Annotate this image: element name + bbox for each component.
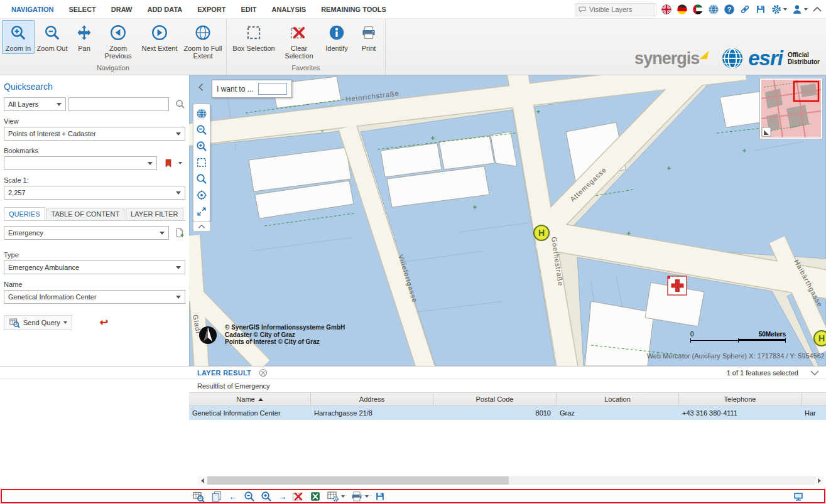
flag-ae-icon bbox=[692, 4, 704, 15]
menu-tab-analysis[interactable]: ANALYSIS bbox=[264, 0, 314, 18]
identify-icon bbox=[329, 23, 345, 42]
search-icon[interactable] bbox=[175, 99, 185, 109]
box-selection-tool[interactable]: Box Selection bbox=[229, 20, 279, 54]
add-query-sheet-icon[interactable] bbox=[174, 227, 185, 239]
clear-result-selection-button[interactable] bbox=[293, 491, 304, 502]
chevron-down-icon bbox=[160, 232, 165, 235]
zoom-out-tool[interactable]: Zoom Out bbox=[35, 20, 70, 54]
flag-de-button[interactable] bbox=[677, 4, 688, 15]
identify-tool[interactable]: Identify bbox=[319, 20, 354, 54]
overview-toggle-icon[interactable] bbox=[762, 127, 771, 136]
overview-map[interactable] bbox=[759, 78, 823, 139]
quicksearch-layer-select[interactable]: All Layers bbox=[4, 97, 66, 111]
menu-tab-select[interactable]: SELECT bbox=[61, 0, 103, 18]
next-result-button[interactable]: → bbox=[278, 491, 287, 501]
full-extent-button[interactable] bbox=[196, 206, 207, 217]
chevron-left-icon bbox=[197, 83, 205, 92]
export-excel-button[interactable] bbox=[310, 491, 321, 502]
zoom-in-tool[interactable]: Zoom In bbox=[2, 20, 35, 54]
collapse-ribbon-button[interactable] bbox=[812, 4, 822, 14]
reset-query-icon[interactable]: ↩ bbox=[100, 318, 108, 328]
collapse-sidebar-button[interactable] bbox=[197, 83, 205, 92]
visible-layers-input[interactable] bbox=[589, 6, 647, 13]
menu-tab-export[interactable]: EXPORT bbox=[190, 0, 233, 18]
column-header-name[interactable]: Name bbox=[189, 393, 311, 405]
map-canvas[interactable]: Heinrichstraße Attemsgasse Goethestraße … bbox=[189, 75, 826, 366]
column-header-extra[interactable] bbox=[802, 393, 826, 405]
zoom-in-button[interactable] bbox=[196, 141, 207, 152]
zoom-in-result-button[interactable] bbox=[261, 491, 272, 502]
next-extent-tool[interactable]: Next Extent bbox=[138, 20, 182, 54]
pan-tool[interactable]: Pan bbox=[70, 20, 99, 54]
flag-uk-button[interactable] bbox=[661, 4, 672, 15]
menu-tab-remaining-tools[interactable]: REMAINING TOOLS bbox=[313, 0, 394, 18]
scrollbar-thumb[interactable] bbox=[207, 476, 509, 485]
i-want-to-input[interactable] bbox=[258, 83, 287, 95]
flag-ae-button[interactable] bbox=[692, 4, 704, 15]
next-extent-icon bbox=[151, 23, 168, 42]
flag-de-icon bbox=[677, 4, 688, 15]
zoom-full-extent-tool[interactable]: Zoom to Full Extent bbox=[182, 20, 224, 62]
column-header-location[interactable]: Location bbox=[557, 393, 679, 405]
tab-table-of-content[interactable]: TABLE OF CONTENT bbox=[46, 208, 125, 220]
map-scroll-up-button[interactable] bbox=[193, 221, 210, 232]
previous-result-button[interactable]: ← bbox=[229, 491, 238, 501]
overview-globe-button[interactable] bbox=[196, 108, 207, 119]
menu-tab-edit[interactable]: EDIT bbox=[234, 0, 264, 18]
column-header-telephone[interactable]: Telephone bbox=[679, 393, 802, 405]
query-select[interactable]: Emergency bbox=[4, 226, 169, 240]
zoom-out-result-button[interactable] bbox=[244, 491, 255, 502]
add-bookmark-icon[interactable] bbox=[163, 158, 173, 168]
clear-selection-tool[interactable]: Clear Selection bbox=[279, 20, 319, 62]
result-tab-strip: LAYER RESULT 1 of 1 features selected bbox=[0, 367, 826, 379]
name-select[interactable]: Genetical Information Center bbox=[4, 290, 185, 304]
table-row[interactable]: Genetical Information Center Harrachgass… bbox=[189, 406, 826, 420]
send-query-button[interactable]: Send Query bbox=[4, 315, 72, 330]
column-header-address[interactable]: Address bbox=[311, 393, 433, 405]
zoom-previous-tool[interactable]: Zoom Previous bbox=[99, 20, 138, 62]
bookmark-caret-icon[interactable] bbox=[178, 162, 182, 164]
globe-button[interactable] bbox=[708, 4, 719, 15]
center-map-button[interactable] bbox=[196, 190, 207, 201]
help-button[interactable] bbox=[724, 4, 735, 15]
column-header-postal-code[interactable]: Postal Code bbox=[433, 393, 557, 405]
print-tool[interactable]: Print bbox=[354, 20, 383, 54]
settings-button[interactable] bbox=[771, 4, 787, 15]
quicksearch-input[interactable] bbox=[68, 97, 170, 111]
menu-tab-draw[interactable]: DRAW bbox=[104, 0, 140, 18]
save-button[interactable] bbox=[755, 4, 766, 15]
chevron-up-icon bbox=[198, 223, 205, 230]
print-result-button[interactable] bbox=[351, 490, 369, 503]
save-icon bbox=[755, 4, 766, 15]
scroll-right-button[interactable] bbox=[815, 476, 823, 485]
scale-combobox[interactable]: 2,257 bbox=[4, 186, 185, 200]
copy-result-button[interactable] bbox=[210, 490, 223, 503]
tab-queries[interactable]: QUERIES bbox=[4, 207, 45, 220]
collapse-panel-button[interactable] bbox=[810, 368, 820, 378]
search-map-button[interactable] bbox=[196, 173, 207, 185]
menu-tab-navigation[interactable]: NAVIGATION bbox=[4, 0, 61, 18]
chevron-down-icon bbox=[148, 162, 153, 165]
zoom-out-button[interactable] bbox=[196, 124, 207, 136]
layer-result-tab[interactable]: LAYER RESULT bbox=[197, 369, 251, 377]
scroll-left-button[interactable] bbox=[198, 476, 207, 485]
close-result-tab-button[interactable] bbox=[259, 368, 268, 377]
user-button[interactable] bbox=[791, 4, 808, 15]
view-select[interactable]: Points of Interest + Cadaster bbox=[4, 127, 185, 141]
tab-layer-filter[interactable]: LAYER FILTER bbox=[126, 208, 183, 220]
link-button[interactable] bbox=[739, 4, 751, 15]
send-to-display-button[interactable] bbox=[793, 490, 804, 502]
menu-tab-add-data[interactable]: ADD DATA bbox=[139, 0, 190, 18]
horizontal-scrollbar[interactable] bbox=[198, 476, 823, 485]
scrollbar-track[interactable] bbox=[207, 476, 815, 485]
map[interactable]: Heinrichstraße Attemsgasse Goethestraße … bbox=[189, 75, 826, 366]
type-select[interactable]: Emergency Ambulance bbox=[4, 260, 185, 274]
zoom-to-result-button[interactable] bbox=[192, 490, 205, 503]
zoom-in-icon bbox=[261, 491, 272, 502]
table-settings-button[interactable] bbox=[327, 490, 345, 503]
save-result-button[interactable] bbox=[374, 491, 386, 502]
i-want-to-box[interactable]: I want to ... bbox=[212, 80, 292, 98]
bookmarks-select[interactable] bbox=[4, 156, 157, 170]
zoom-window-button[interactable] bbox=[196, 157, 207, 168]
visible-layers-box[interactable] bbox=[575, 3, 656, 16]
